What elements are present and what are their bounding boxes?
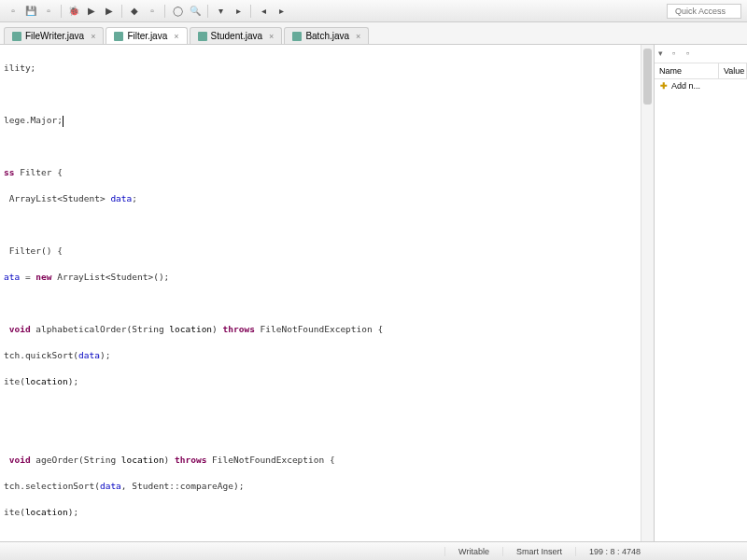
expressions-view: ▾ ▫ ▫ Name Value ✚ Add n... [654, 45, 747, 541]
add-label: Add n... [671, 81, 700, 91]
tab-label: Filter.java [127, 31, 167, 41]
tab-label: FileWriter.java [25, 31, 84, 41]
close-icon[interactable]: × [356, 32, 360, 41]
java-file-icon [292, 32, 302, 41]
save-all-icon[interactable]: ▫ [41, 4, 56, 19]
open-type-icon[interactable]: ◯ [170, 4, 185, 19]
separator [61, 5, 62, 18]
text-cursor [63, 116, 63, 127]
tab-label: Batch.java [305, 31, 349, 41]
editor-tabs: FileWriter.java× Filter.java× Student.ja… [0, 22, 747, 45]
back-icon[interactable]: ◂ [256, 4, 271, 19]
status-position: 199 : 8 : 4748 [575, 547, 654, 556]
close-icon[interactable]: × [91, 32, 95, 41]
tab-filewriter[interactable]: FileWriter.java× [4, 27, 104, 44]
column-name[interactable]: Name [655, 63, 719, 78]
add-expression-row[interactable]: ✚ Add n... [655, 79, 747, 92]
java-file-icon [198, 32, 207, 41]
tab-batch[interactable]: Batch.java× [284, 27, 369, 44]
main-toolbar: ▫ 💾 ▫ 🐞 ▶ ▶ ◆ ▫ ◯ 🔍 ▾ ▸ ◂ ▸ [0, 0, 747, 22]
close-icon[interactable]: × [174, 32, 178, 41]
status-writable: Writable [444, 547, 502, 556]
collapse-icon[interactable]: ▾ [658, 49, 669, 60]
tab-label: Student.java [211, 31, 263, 41]
main-area: ility; lege.Major; ss Filter { ArrayList… [0, 45, 747, 541]
separator [207, 5, 208, 18]
quick-access-input[interactable] [667, 4, 741, 19]
java-file-icon [12, 32, 21, 41]
plus-icon: ✚ [659, 81, 669, 91]
new-class-icon[interactable]: ◆ [127, 4, 142, 19]
save-icon[interactable]: 💾 [23, 4, 38, 19]
view-toolbar: ▾ ▫ ▫ [655, 45, 747, 63]
run-last-icon[interactable]: ▶ [102, 4, 117, 19]
toggle-mark-icon[interactable]: ▾ [213, 4, 228, 19]
forward-icon[interactable]: ▸ [274, 4, 289, 19]
status-insert: Smart Insert [502, 547, 575, 556]
code-editor[interactable]: ility; lege.Major; ss Filter { ArrayList… [0, 45, 654, 541]
new-icon[interactable]: ▫ [6, 4, 21, 19]
new-package-icon[interactable]: ▫ [145, 4, 160, 19]
separator [164, 5, 165, 18]
separator [121, 5, 122, 18]
tab-filter[interactable]: Filter.java× [106, 27, 187, 44]
tree-icon[interactable]: ▫ [672, 49, 684, 60]
tab-student[interactable]: Student.java× [190, 27, 283, 44]
status-bar: Writable Smart Insert 199 : 8 : 4748 [0, 541, 747, 560]
close-icon[interactable]: × [269, 32, 274, 41]
debug-icon[interactable]: 🐞 [66, 4, 81, 19]
java-file-icon [114, 32, 123, 41]
vertical-scrollbar[interactable] [641, 45, 654, 541]
run-icon[interactable]: ▶ [84, 4, 99, 19]
columns-header: Name Value [655, 63, 747, 79]
scrollbar-thumb[interactable] [643, 49, 652, 105]
next-annotation-icon[interactable]: ▸ [231, 4, 246, 19]
search-icon[interactable]: 🔍 [188, 4, 203, 19]
menu-icon[interactable]: ▫ [686, 49, 698, 60]
column-value[interactable]: Value [719, 63, 747, 78]
separator [250, 5, 251, 18]
